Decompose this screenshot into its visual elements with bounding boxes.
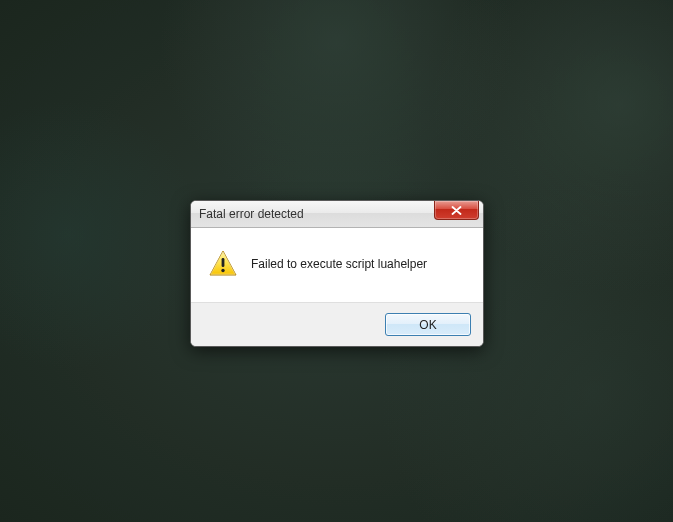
dialog-button-bar: OK	[191, 302, 483, 346]
dialog-title: Fatal error detected	[199, 207, 304, 221]
error-dialog: Fatal error detected Failed to execute s…	[190, 200, 484, 347]
dialog-content: Failed to execute script luahelper	[191, 228, 483, 302]
close-icon	[451, 206, 462, 215]
error-message: Failed to execute script luahelper	[251, 257, 427, 271]
warning-icon	[207, 248, 239, 280]
svg-rect-0	[222, 258, 225, 267]
close-button[interactable]	[434, 201, 479, 220]
dialog-titlebar[interactable]: Fatal error detected	[191, 201, 483, 228]
ok-button[interactable]: OK	[385, 313, 471, 336]
svg-point-1	[221, 269, 224, 272]
